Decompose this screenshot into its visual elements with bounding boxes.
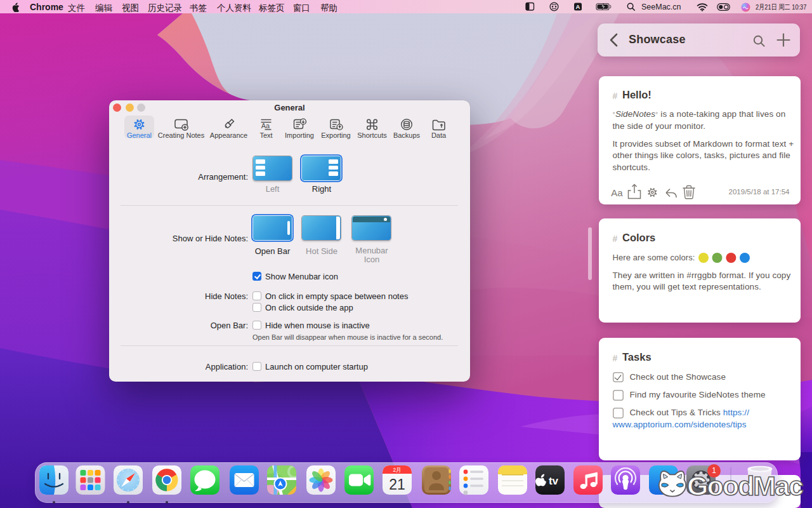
svg-text:Importing: Importing [285,131,314,139]
svg-text:tv: tv [549,475,559,487]
svg-text:21: 21 [389,476,405,493]
svg-text:A: A [576,3,580,10]
svg-text:Creating Notes: Creating Notes [158,131,205,139]
svg-text:2月: 2月 [393,467,401,473]
svg-text:Aa: Aa [261,122,270,130]
svg-text:Data: Data [431,131,447,139]
svg-text:General: General [127,131,152,139]
svg-text:Backups: Backups [393,131,421,139]
svg-text:Exporting: Exporting [321,131,350,139]
svg-text:Text: Text [259,131,272,139]
svg-text:Appearance: Appearance [210,131,247,139]
svg-text:Aa: Aa [611,187,623,197]
svg-text:Shortcuts: Shortcuts [357,131,387,139]
